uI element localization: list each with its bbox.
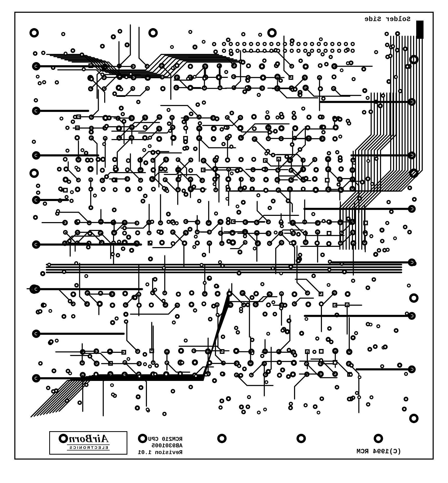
svg-point-1531 [111, 384, 113, 386]
svg-point-997 [328, 284, 329, 286]
svg-point-1495 [58, 168, 60, 170]
svg-point-613 [124, 292, 126, 294]
svg-point-423 [202, 189, 204, 191]
svg-point-1659 [258, 195, 259, 196]
svg-point-1611 [140, 387, 142, 388]
svg-point-1375 [353, 78, 354, 80]
svg-point-1433 [323, 131, 324, 133]
svg-point-945 [55, 390, 57, 391]
svg-point-1453 [74, 116, 76, 118]
svg-point-171 [308, 116, 310, 118]
svg-point-1103 [168, 123, 170, 124]
svg-point-1117 [405, 48, 406, 49]
svg-point-775 [95, 373, 97, 375]
svg-point-1779 [352, 43, 354, 45]
svg-point-581 [232, 241, 234, 243]
svg-point-605 [72, 293, 74, 295]
svg-point-237 [213, 138, 215, 140]
svg-point-1759 [284, 43, 286, 45]
svg-point-1351 [190, 386, 191, 388]
svg-point-1437 [281, 225, 283, 227]
svg-point-1661 [239, 251, 241, 253]
svg-point-1097 [49, 310, 51, 312]
svg-point-211 [307, 127, 309, 129]
svg-point-863 [69, 300, 71, 302]
svg-point-1563 [326, 63, 327, 65]
svg-point-1499 [203, 254, 205, 256]
svg-point-1131 [344, 271, 345, 273]
svg-point-1187 [355, 332, 357, 334]
svg-point-99 [333, 76, 335, 78]
svg-point-751 [208, 362, 210, 364]
svg-point-9 [32, 171, 36, 175]
svg-point-1761 [291, 43, 293, 45]
svg-point-1023 [298, 234, 299, 235]
svg-point-1085 [194, 76, 195, 78]
svg-point-885 [144, 149, 145, 151]
svg-point-627 [216, 293, 219, 295]
svg-point-875 [399, 364, 400, 366]
svg-point-1141 [382, 95, 384, 96]
svg-point-1783 [230, 50, 232, 52]
svg-point-1473 [216, 156, 217, 158]
svg-point-1227 [76, 284, 77, 286]
svg-point-889 [120, 89, 122, 90]
svg-point-669 [203, 303, 205, 305]
svg-point-1567 [414, 198, 415, 200]
svg-point-197 [213, 127, 215, 129]
svg-point-1281 [407, 66, 408, 67]
svg-point-163 [253, 116, 255, 118]
svg-point-829 [367, 323, 369, 325]
svg-point-1785 [237, 50, 239, 52]
svg-point-1205 [237, 206, 238, 207]
svg-point-1381 [329, 261, 331, 262]
svg-point-1423 [242, 61, 244, 63]
svg-point-1537 [384, 346, 386, 348]
svg-point-633 [255, 293, 257, 295]
svg-point-353 [65, 179, 67, 181]
svg-point-1127 [291, 144, 293, 145]
svg-point-255 [334, 138, 336, 140]
svg-point-1645 [367, 97, 368, 99]
svg-point-1471 [231, 53, 232, 54]
svg-point-1803 [298, 50, 300, 52]
svg-point-1027 [263, 168, 264, 170]
svg-point-859 [390, 211, 392, 212]
svg-point-1393 [158, 231, 159, 232]
svg-point-1539 [322, 254, 323, 255]
svg-point-1757 [277, 43, 279, 45]
svg-point-1015 [222, 265, 223, 267]
svg-point-653 [99, 303, 101, 305]
svg-point-937 [266, 381, 267, 383]
svg-point-1001 [381, 229, 383, 231]
svg-point-1245 [290, 266, 291, 267]
svg-point-951 [377, 325, 379, 327]
svg-point-623 [191, 292, 193, 294]
svg-point-1801 [291, 50, 293, 52]
svg-point-1467 [117, 254, 119, 256]
svg-point-1607 [116, 318, 117, 319]
svg-point-965 [409, 231, 410, 233]
svg-point-1653 [34, 53, 36, 54]
svg-point-25 [299, 436, 303, 441]
svg-point-51 [247, 65, 250, 67]
svg-point-967 [350, 62, 352, 64]
svg-point-1369 [301, 333, 302, 334]
svg-point-1075 [112, 253, 113, 255]
svg-point-849 [243, 411, 244, 413]
svg-point-1755 [271, 43, 272, 45]
svg-point-1501 [320, 39, 322, 40]
svg-point-439 [302, 188, 304, 190]
svg-point-1781 [223, 50, 225, 52]
svg-point-1461 [131, 249, 132, 251]
svg-point-1349 [322, 98, 324, 99]
svg-point-961 [359, 198, 360, 199]
svg-point-227 [144, 137, 146, 139]
svg-point-1671 [215, 285, 217, 287]
svg-point-1149 [272, 154, 274, 156]
svg-point-1583 [267, 111, 268, 113]
svg-point-1377 [33, 141, 35, 142]
svg-point-1703 [185, 141, 186, 142]
svg-point-1621 [300, 94, 301, 96]
svg-point-1061 [300, 60, 301, 61]
